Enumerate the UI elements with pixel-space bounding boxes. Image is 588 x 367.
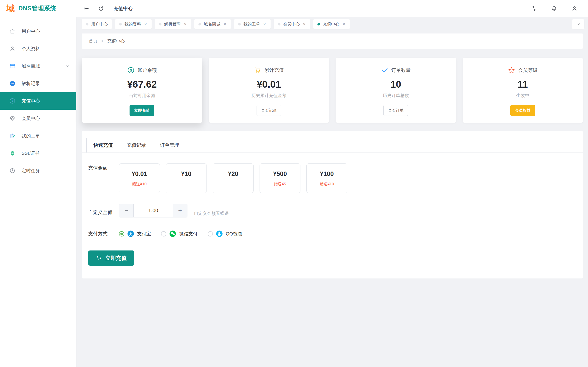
- close-icon[interactable]: ×: [263, 22, 267, 26]
- tags-overflow-button[interactable]: [572, 19, 584, 29]
- payment-option-alipay[interactable]: 支 支付宝: [119, 230, 151, 237]
- amount-value: ¥20: [228, 170, 238, 177]
- amount-option-10[interactable]: ¥10: [166, 163, 207, 193]
- payment-option-wechat[interactable]: 微信支付: [161, 230, 198, 237]
- stat-card-order-count: 订单数量 10 历史订单总数 查看订单: [336, 58, 456, 123]
- close-icon[interactable]: ×: [183, 22, 187, 26]
- payment-option-label: 支付宝: [137, 231, 151, 237]
- tag-dns-management[interactable]: 解析管理 ×: [155, 19, 191, 29]
- sidebar-item-dns-records[interactable]: DNS 解析记录: [0, 75, 76, 92]
- view-records-button[interactable]: 查看记录: [257, 105, 281, 116]
- amount-value: ¥100: [320, 170, 334, 177]
- stat-title: 订单数量: [391, 67, 411, 73]
- recharge-submit-button[interactable]: 立即充值: [88, 250, 134, 266]
- domain-store-icon: .com: [9, 63, 16, 69]
- qq-icon: [216, 230, 223, 237]
- close-icon[interactable]: ×: [223, 22, 227, 26]
- sidebar: 域 DNS管理系统 用户中心 个人资料 .com 域名商城: [0, 0, 76, 367]
- fullscreen-icon[interactable]: [531, 5, 537, 12]
- amount-option-500[interactable]: ¥500 赠送¥5: [259, 163, 300, 193]
- stat-subtitle: 生效中: [463, 93, 583, 99]
- amount-option-100[interactable]: ¥100 赠送¥10: [306, 163, 347, 193]
- member-benefits-button[interactable]: 会员权益: [510, 105, 535, 116]
- stat-subtitle: 历史累计充值金额: [209, 93, 329, 99]
- svg-text:.com: .com: [11, 66, 14, 67]
- breadcrumb-separator: >: [101, 39, 104, 44]
- svg-text:DNS: DNS: [10, 83, 14, 85]
- profile-icon: [9, 45, 16, 52]
- clock-icon: [9, 167, 16, 174]
- sidebar-item-user-center[interactable]: 用户中心: [0, 23, 76, 40]
- custom-amount-label: 自定义金额: [88, 206, 119, 216]
- vip-diamond-icon: [9, 115, 16, 122]
- amount-row: 充值金额 ¥0.01 赠送¥10 ¥10 ¥20: [88, 163, 577, 193]
- tag-label: 解析管理: [164, 21, 181, 27]
- tab-quick-recharge[interactable]: 快速充值: [86, 138, 120, 152]
- sidebar-item-profile[interactable]: 个人资料: [0, 40, 76, 57]
- tag-domain-store[interactable]: 域名商城 ×: [194, 19, 231, 29]
- radio-qq[interactable]: [208, 231, 213, 236]
- payment-label: 支付方式: [88, 231, 119, 237]
- sidebar-item-label: 个人资料: [22, 46, 40, 52]
- user-avatar-icon[interactable]: [571, 5, 578, 12]
- sidebar-item-scheduled-tasks[interactable]: 定时任务: [0, 162, 76, 179]
- ticket-icon: [9, 133, 16, 139]
- refresh-icon[interactable]: [97, 5, 104, 12]
- radio-alipay[interactable]: [119, 231, 124, 236]
- amount-value: ¥10: [181, 170, 191, 177]
- notifications-bell-icon[interactable]: [551, 5, 558, 12]
- increase-button[interactable]: +: [173, 204, 187, 217]
- amount-bonus: 赠送¥10: [320, 181, 334, 187]
- home-icon: [9, 28, 16, 34]
- tab-order-management[interactable]: 订单管理: [153, 138, 186, 152]
- close-icon[interactable]: ×: [303, 22, 306, 26]
- tag-recharge-center[interactable]: 充值中心 ×: [313, 19, 350, 29]
- svg-text:支: 支: [129, 232, 133, 236]
- stat-card-balance: $ 账户余额 ¥67.62 当前可用余额 立即充值: [82, 58, 202, 123]
- tag-my-tickets[interactable]: 我的工单 ×: [234, 19, 271, 29]
- main-area: 充值中心 用户中心 我的资料 ×: [76, 0, 588, 367]
- submit-row: 立即充值: [88, 250, 577, 266]
- amount-option-20[interactable]: ¥20: [213, 163, 254, 193]
- view-orders-button[interactable]: 查看订单: [383, 105, 408, 116]
- tab-tags-bar: 用户中心 我的资料 × 解析管理 × 域名商城 × 我的工单 ×: [76, 17, 588, 31]
- sidebar-item-domain-store[interactable]: .com 域名商城: [0, 57, 76, 75]
- collapse-sidebar-icon[interactable]: [83, 5, 90, 12]
- custom-amount-input[interactable]: [133, 204, 173, 217]
- sidebar-item-ssl-certificates[interactable]: SSL证书: [0, 144, 76, 162]
- panel-tabs: 快速充值 充值记录 订单管理: [82, 131, 583, 153]
- breadcrumb-home-link[interactable]: 首页: [89, 38, 97, 44]
- close-icon[interactable]: ×: [144, 22, 147, 26]
- amount-value: ¥0.01: [132, 170, 147, 177]
- sidebar-item-my-tickets[interactable]: 我的工单: [0, 127, 76, 144]
- sidebar-item-member-center[interactable]: 会员中心: [0, 110, 76, 127]
- tag-dot: [86, 23, 88, 25]
- stat-subtitle: 历史订单总数: [336, 93, 456, 99]
- tag-dot: [159, 23, 162, 25]
- decrease-button[interactable]: −: [119, 204, 133, 217]
- amount-options: ¥0.01 赠送¥10 ¥10 ¥20 ¥500: [119, 163, 347, 193]
- amount-option-0.01[interactable]: ¥0.01 赠送¥10: [119, 163, 160, 193]
- check-icon: [381, 67, 389, 74]
- tag-label: 会员中心: [283, 21, 300, 27]
- radio-wechat[interactable]: [161, 231, 166, 236]
- sidebar-item-recharge-center[interactable]: ¥ 充值中心: [0, 92, 76, 110]
- sidebar-item-label: SSL证书: [22, 150, 40, 156]
- tab-recharge-records[interactable]: 充值记录: [120, 138, 153, 152]
- page-title: 充值中心: [113, 5, 133, 12]
- tag-my-profile[interactable]: 我的资料 ×: [115, 19, 152, 29]
- stats-row: $ 账户余额 ¥67.62 当前可用余额 立即充值 累计充值 ¥0.01 历史累…: [82, 58, 583, 123]
- tag-member-center[interactable]: 会员中心 ×: [274, 19, 310, 29]
- close-icon[interactable]: ×: [342, 22, 346, 26]
- stat-card-member-level: 会员等级 11 生效中 会员权益: [463, 58, 583, 123]
- stat-value: 11: [463, 79, 583, 90]
- app-root: 域 DNS管理系统 用户中心 个人资料 .com 域名商城: [0, 0, 588, 367]
- tag-user-center[interactable]: 用户中心: [82, 19, 112, 29]
- payment-option-qq[interactable]: QQ钱包: [208, 230, 242, 237]
- submit-label: 立即充值: [105, 255, 127, 262]
- recharge-now-button[interactable]: 立即充值: [130, 105, 154, 116]
- amount-label: 充值金额: [88, 163, 119, 193]
- quick-recharge-form: 充值金额 ¥0.01 赠送¥10 ¥10 ¥20: [82, 153, 583, 278]
- recharge-panel: 快速充值 充值记录 订单管理 充值金额 ¥0.01 赠送¥10 ¥10: [82, 131, 583, 278]
- topbar-actions: [531, 5, 578, 12]
